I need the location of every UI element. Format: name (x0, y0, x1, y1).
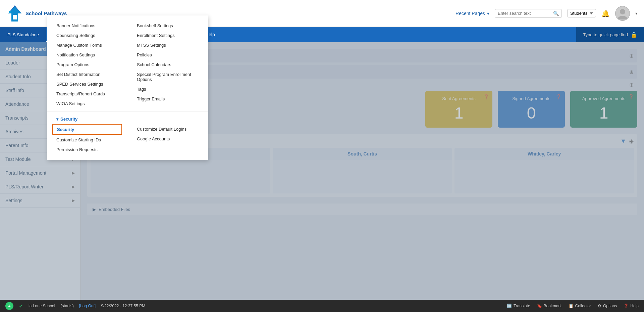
top-bar-right: Recent Pages ▾ 🔍 Students 🔔 ▾ (455, 6, 637, 21)
dropdown-item-customize-default-logins[interactable]: Customize Default Logins (133, 124, 203, 134)
nav-pls-standalone[interactable]: PLS Standalone (0, 27, 46, 42)
dropdown-item-mtss-settings[interactable]: MTSS Settings (133, 40, 203, 50)
dropdown-col-left: Banner Notifications Counseling Settings… (47, 21, 127, 108)
students-dropdown[interactable]: Students (567, 9, 596, 17)
dropdown-item-transcripts-report-cards[interactable]: Transcripts/Report Cards (52, 89, 122, 99)
dropdown-item-program-options[interactable]: Program Options (52, 60, 122, 70)
security-section-header[interactable]: ▾ Security (52, 114, 122, 124)
dropdown-security-col-right: Customize Default Logins Google Accounts (127, 114, 208, 154)
dropdown-item-special-program-enrollment[interactable]: Special Program Enrollment Options (133, 70, 203, 84)
svg-point-5 (618, 16, 627, 19)
svg-point-4 (620, 9, 625, 14)
svg-rect-3 (9, 11, 11, 13)
dropdown-col-right: Bookshelf Settings Enrollment Settings M… (127, 21, 208, 108)
dropdown-item-policies[interactable]: Policies (133, 50, 203, 60)
dropdown-item-enrollment-settings[interactable]: Enrollment Settings (133, 31, 203, 40)
dropdown-item-trigger-emails[interactable]: Trigger Emails (133, 94, 203, 104)
dropdown-item-wioa-settings[interactable]: WIOA Settings (52, 99, 122, 108)
bell-icon[interactable]: 🔔 (601, 9, 610, 17)
search-box: 🔍 (495, 9, 562, 18)
dropdown-item-notification-settings[interactable]: Notification Settings (52, 50, 122, 60)
avatar-icon (616, 7, 629, 19)
dropdown-item-customize-starting-ids[interactable]: Customize Starting IDs (52, 135, 122, 145)
dropdown-security-columns: ▾ Security Security Customize Starting I… (47, 114, 208, 154)
search-input[interactable] (498, 11, 551, 16)
dropdown-item-bookshelf-settings[interactable]: Bookshelf Settings (133, 21, 203, 31)
dropdown-item-sped-services-settings[interactable]: SPED Services Settings (52, 79, 122, 89)
dropdown-item-permission-requests[interactable]: Permission Requests (52, 145, 122, 154)
dropdown-item-manage-custom-forms[interactable]: Manage Custom Forms (52, 40, 122, 50)
lock-icon: 🔒 (631, 32, 637, 38)
dropdown-item-counseling-settings[interactable]: Counseling Settings (52, 31, 122, 40)
search-icon: 🔍 (553, 11, 559, 16)
dropdown-item-banner-notifications[interactable]: Banner Notifications (52, 21, 122, 31)
dropdown-item-google-accounts[interactable]: Google Accounts (133, 134, 203, 144)
chevron-down-icon: ▾ (487, 11, 489, 16)
school-pathways-logo-icon (7, 4, 23, 23)
dropdown-item-tags[interactable]: Tags (133, 84, 203, 94)
quick-find-bar[interactable]: Type to quick page find 🔒 (576, 27, 644, 42)
recent-pages-button[interactable]: Recent Pages ▾ (455, 11, 489, 16)
dropdown-columns: Banner Notifications Counseling Settings… (47, 21, 208, 108)
dropdown-security-col-left: ▾ Security Security Customize Starting I… (47, 114, 127, 154)
dropdown-item-set-district-info[interactable]: Set District Information (52, 70, 122, 79)
dropdown-item-school-calendars[interactable]: School Calendars (133, 60, 203, 70)
admin-dropdown-menu: Banner Notifications Counseling Settings… (47, 15, 208, 160)
security-chevron-icon: ▾ (56, 117, 58, 122)
dropdown-item-security[interactable]: Security (52, 124, 122, 135)
avatar (615, 6, 630, 21)
svg-rect-2 (13, 15, 17, 19)
avatar-chevron-icon[interactable]: ▾ (635, 11, 637, 16)
